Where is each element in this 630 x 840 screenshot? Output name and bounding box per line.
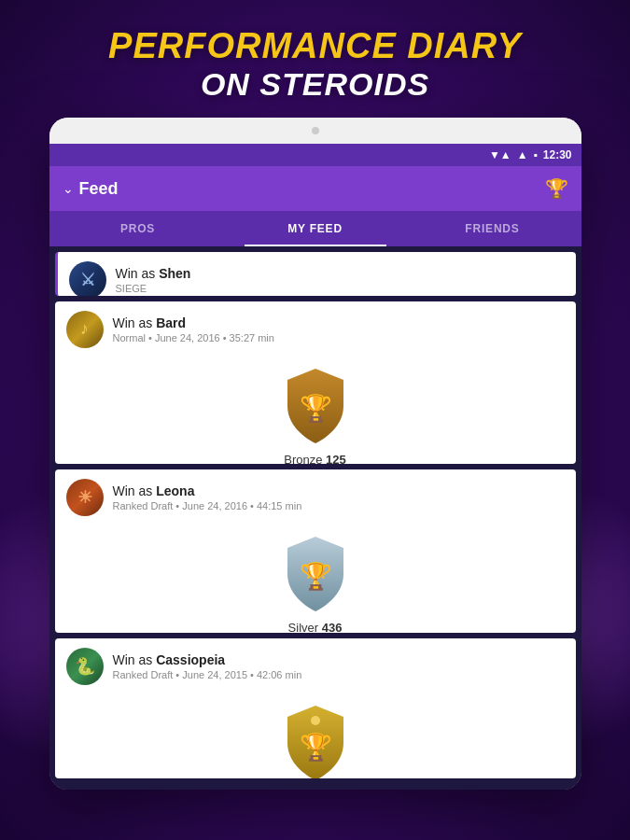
wifi-icon: ▼▲ (489, 148, 511, 161)
app-screen: ▼▲ ▲ ▪ 12:30 ⌄ Feed 🏆 PROS MY FEED FRIEN… (49, 144, 581, 790)
app-header: ⌄ Feed 🏆 (49, 166, 581, 211)
svg-point-2 (311, 716, 320, 725)
svg-text:🏆: 🏆 (299, 732, 331, 763)
signal-icon: ▲ (517, 148, 528, 161)
shield-trophy-leona: 🏆 (278, 533, 353, 615)
feed-content[interactable]: ⚔ Win as Shen SIEGE ♪ Win as Bard (49, 246, 581, 790)
card-subtitle-shen: SIEGE (116, 283, 565, 294)
card-title-bard: Win as Bard (113, 315, 565, 331)
avatar-leona: ☀ (66, 479, 104, 516)
feed-card-cassiopeia[interactable]: 🐍 Win as Cassiopeia Ranked Draft • June … (55, 638, 576, 778)
card-header-text-shen: Win as Shen SIEGE (116, 266, 565, 294)
shield-trophy-bard: 🏆 (278, 365, 353, 447)
main-title-line2: ON STEROIDS (108, 66, 522, 103)
card-body-leona: 🏆 Silver 436 + 21 Total SPI (55, 525, 576, 632)
tab-pros[interactable]: PROS (49, 211, 227, 246)
rank-text-leona: Silver 436 (288, 621, 343, 632)
card-header-shen: ⚔ Win as Shen SIEGE (58, 252, 576, 296)
device-top-bar (49, 118, 581, 144)
battery-icon: ▪ (534, 148, 538, 161)
card-subtitle-cassiopeia: Ranked Draft • June 24, 2015 • 42:06 min (113, 669, 565, 680)
tab-friends[interactable]: FRIENDS (404, 211, 581, 246)
status-time: 12:30 (543, 148, 572, 161)
tab-bar: PROS MY FEED FRIENDS (49, 211, 581, 246)
card-header-bard: ♪ Win as Bard Normal • June 24, 2016 • 3… (55, 301, 576, 357)
card-body-bard: 🏆 Bronze 125 - 240 Total SPI (55, 357, 576, 464)
trophy-icon[interactable]: 🏆 (545, 177, 568, 200)
tab-friends-label: FRIENDS (465, 222, 519, 235)
feed-card-shen[interactable]: ⚔ Win as Shen SIEGE (55, 252, 576, 296)
card-header-text-leona: Win as Leona Ranked Draft • June 24, 201… (113, 483, 565, 511)
chevron-down-icon[interactable]: ⌄ (63, 181, 74, 196)
tab-my-feed-label: MY FEED (287, 222, 343, 235)
card-subtitle-bard: Normal • June 24, 2016 • 35:27 min (113, 332, 565, 343)
feed-card-bard[interactable]: ♪ Win as Bard Normal • June 24, 2016 • 3… (55, 301, 576, 464)
card-title-leona: Win as Leona (113, 483, 565, 499)
card-header-cassiopeia: 🐍 Win as Cassiopeia Ranked Draft • June … (55, 638, 576, 694)
card-body-cassiopeia: 🏆 (55, 694, 576, 778)
device-frame: ▼▲ ▲ ▪ 12:30 ⌄ Feed 🏆 PROS MY FEED FRIEN… (49, 118, 581, 790)
app-title: Feed (79, 179, 119, 199)
card-subtitle-leona: Ranked Draft • June 24, 2016 • 44:15 min (113, 500, 565, 511)
card-title-cassiopeia: Win as Cassiopeia (113, 652, 565, 668)
app-header-left[interactable]: ⌄ Feed (63, 179, 119, 199)
rank-text-bard: Bronze 125 (284, 453, 346, 464)
feed-card-leona[interactable]: ☀ Win as Leona Ranked Draft • June 24, 2… (55, 469, 576, 632)
app-header-section: PERFORMANCE DIARY ON STEROIDS (90, 0, 540, 118)
svg-text:🏆: 🏆 (299, 393, 331, 424)
avatar-cassiopeia: 🐍 (66, 648, 104, 685)
device-camera (312, 127, 319, 134)
main-title-line1: PERFORMANCE DIARY (108, 26, 522, 66)
tab-pros-label: PROS (120, 222, 155, 235)
avatar-shen: ⚔ (69, 261, 106, 296)
svg-text:🏆: 🏆 (299, 561, 331, 592)
card-header-text-bard: Win as Bard Normal • June 24, 2016 • 35:… (113, 315, 565, 343)
card-header-leona: ☀ Win as Leona Ranked Draft • June 24, 2… (55, 469, 576, 525)
card-header-text-cassiopeia: Win as Cassiopeia Ranked Draft • June 24… (113, 652, 565, 680)
card-title-shen: Win as Shen (116, 266, 565, 282)
shield-trophy-cassiopeia: 🏆 (278, 702, 353, 778)
status-bar: ▼▲ ▲ ▪ 12:30 (49, 144, 581, 166)
tab-my-feed[interactable]: MY FEED (227, 211, 404, 246)
avatar-bard: ♪ (66, 311, 104, 348)
